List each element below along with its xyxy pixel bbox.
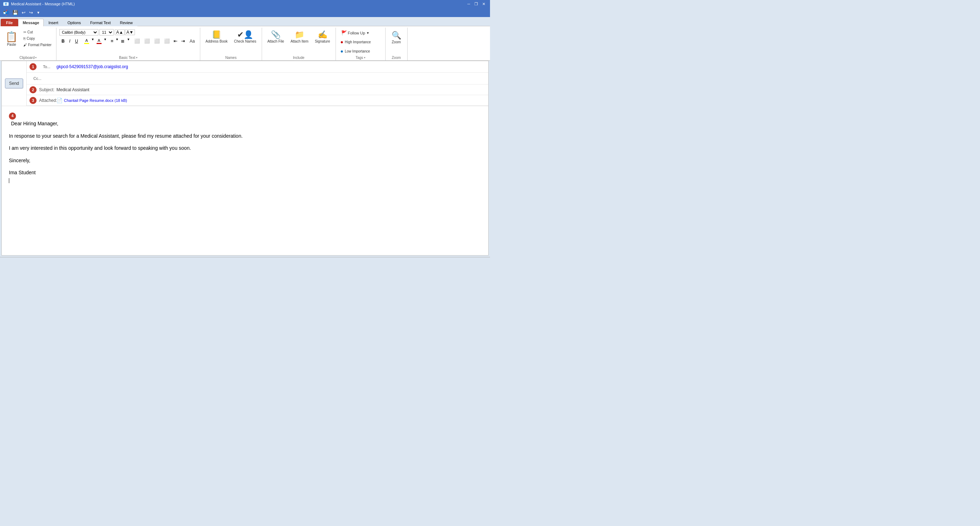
highlight-dropdown-icon[interactable]: ▼	[91, 38, 94, 45]
bullet-list-button[interactable]: ≡	[109, 38, 115, 44]
send-panel: Send	[2, 61, 27, 106]
restore-button[interactable]: ❐	[473, 2, 480, 7]
to-field-row: 1 To...	[27, 61, 488, 73]
title-bar: 📧 Medical Assistant - Message (HTML) ─ ❐…	[0, 0, 490, 8]
italic-button[interactable]: I	[67, 38, 72, 44]
email-body-content: Dear Hiring Manager, In response to your…	[9, 119, 481, 184]
bullet-list-dropdown-icon[interactable]: ▼	[115, 38, 119, 44]
zoom-button[interactable]: 🔍 Zoom	[388, 29, 404, 46]
low-importance-button[interactable]: ● Low Importance	[339, 47, 372, 55]
font-family-select[interactable]: Calibri (Body)	[59, 29, 99, 35]
subject-input[interactable]	[55, 86, 488, 94]
email-name: Ima Student	[9, 168, 481, 184]
cc-field-row: Cc...	[27, 73, 488, 84]
tab-file[interactable]: File	[1, 19, 18, 26]
address-book-icon: 📒	[212, 31, 221, 39]
copy-button[interactable]: ⎘ Copy	[22, 35, 53, 41]
to-input[interactable]	[55, 63, 488, 71]
status-bar	[0, 257, 490, 264]
to-button[interactable]: To...	[40, 63, 54, 70]
to-field-label: 1 To...	[27, 61, 55, 72]
align-justify-button[interactable]: ⬜	[162, 37, 172, 45]
address-book-button[interactable]: 📒 Address Book	[203, 29, 230, 45]
redo-button[interactable]: ↪	[28, 9, 35, 16]
align-right-button[interactable]: ⬜	[152, 37, 162, 45]
app-logo-button[interactable]: 📬	[2, 9, 10, 16]
window-controls: ─ ❐ ✕	[466, 2, 487, 7]
follow-up-flag-icon: 🚩	[341, 30, 347, 35]
attached-label: 3 Attached:	[27, 95, 55, 105]
styles-button[interactable]: Aa	[188, 38, 197, 45]
email-compose-window: Send 1 To... Cc...	[2, 61, 488, 256]
names-group: 📒 Address Book ✔👤 Check Names Names	[200, 28, 262, 60]
cc-field-label: Cc...	[27, 73, 55, 84]
increase-indent-button[interactable]: ⇥	[180, 38, 186, 44]
align-center-button[interactable]: ⬜	[142, 37, 152, 45]
highlight-color-bar	[84, 43, 89, 44]
clipboard-group: 📋 Paste ✂ Cut ⎘ Copy 🖌 Format Painter C	[0, 28, 56, 60]
cc-input[interactable]	[55, 75, 488, 83]
save-button[interactable]: 💾	[11, 9, 19, 16]
ribbon: 📋 Paste ✂ Cut ⎘ Copy 🖌 Format Painter C	[0, 26, 490, 61]
cursor	[9, 178, 9, 183]
subject-field-row: 2 Subject:	[27, 84, 488, 95]
format-painter-button[interactable]: 🖌 Format Painter	[22, 42, 53, 48]
attach-item-icon: 📁	[295, 31, 304, 39]
tags-group: 🚩 Follow Up ▼ ● High Importance ● Low Im…	[336, 28, 386, 60]
font-color-dropdown-icon[interactable]: ▼	[104, 38, 107, 45]
minimize-button[interactable]: ─	[466, 2, 472, 7]
numbered-list-button[interactable]: ≣	[119, 38, 126, 44]
font-color-button[interactable]: A	[95, 38, 103, 45]
tab-options[interactable]: Options	[63, 19, 86, 26]
attachment-doc-icon: 📄	[56, 98, 62, 103]
tab-review[interactable]: Review	[115, 19, 137, 26]
tab-format-text[interactable]: Format Text	[86, 19, 115, 26]
send-button[interactable]: Send	[5, 78, 23, 88]
bold-button[interactable]: B	[59, 38, 67, 44]
undo-button[interactable]: ↩	[20, 9, 27, 16]
email-body[interactable]: 4 Dear Hiring Manager, In response to yo…	[2, 106, 488, 255]
font-size-decrease-button[interactable]: A▼	[125, 29, 135, 35]
customize-button[interactable]: ▼	[35, 10, 41, 15]
font-size-select[interactable]: 11	[99, 29, 114, 35]
subject-label: 2 Subject:	[27, 85, 55, 95]
font-color-bar	[97, 43, 102, 44]
high-importance-icon: ●	[340, 39, 344, 45]
follow-up-button[interactable]: 🚩 Follow Up ▼	[339, 29, 372, 37]
signature-button[interactable]: ✍ Signature	[312, 29, 333, 45]
close-button[interactable]: ✕	[480, 2, 487, 7]
email-header: Send 1 To... Cc...	[2, 61, 488, 106]
clipboard-expand-icon[interactable]: ▾	[35, 56, 37, 59]
follow-up-dropdown-icon: ▼	[366, 31, 369, 35]
cc-button[interactable]: Cc...	[30, 75, 45, 82]
font-size-increase-button[interactable]: A▲	[115, 29, 125, 35]
attachment-link[interactable]: Chantail Page Resume.docx (18 kB)	[64, 98, 127, 103]
email-closing: Sincerely,	[9, 157, 481, 164]
tab-message[interactable]: Message	[18, 19, 44, 26]
email-greeting: Dear Hiring Manager,	[11, 119, 481, 127]
highlight-color-button[interactable]: A	[83, 38, 91, 45]
decrease-indent-button[interactable]: ⇤	[172, 38, 179, 44]
highlight-icon: A	[85, 38, 88, 43]
cut-button[interactable]: ✂ Cut	[22, 29, 53, 35]
align-left-button[interactable]: ⬜	[132, 37, 142, 45]
low-importance-icon: ●	[340, 48, 344, 54]
attach-file-button[interactable]: 📎 Attach File	[265, 29, 286, 45]
basic-text-group: Calibri (Body) 11 A▲ A▼ B I U A	[56, 28, 200, 60]
attach-item-button[interactable]: 📁 Attach Item	[288, 29, 311, 45]
window-title: Medical Assistant - Message (HTML)	[11, 2, 75, 6]
email-paragraph2: I am very interested in this opportunity…	[9, 144, 481, 152]
check-names-button[interactable]: ✔👤 Check Names	[232, 29, 259, 45]
quick-access-toolbar: 📬 💾 ↩ ↪ ▼	[0, 8, 490, 17]
paste-button[interactable]: 📋 Paste	[3, 29, 20, 48]
zoom-icon: 🔍	[391, 31, 401, 40]
tags-expand-icon[interactable]: ▾	[364, 56, 365, 59]
underline-button[interactable]: U	[73, 38, 80, 44]
font-color-icon: A	[98, 38, 100, 43]
cut-icon: ✂	[24, 30, 26, 34]
basic-text-expand-icon[interactable]: ▾	[136, 56, 137, 59]
high-importance-button[interactable]: ● High Importance	[339, 38, 373, 46]
ribbon-tabs: File Message Insert Options Format Text …	[0, 17, 490, 26]
tab-insert[interactable]: Insert	[44, 19, 63, 26]
numbered-list-dropdown-icon[interactable]: ▼	[127, 38, 130, 44]
